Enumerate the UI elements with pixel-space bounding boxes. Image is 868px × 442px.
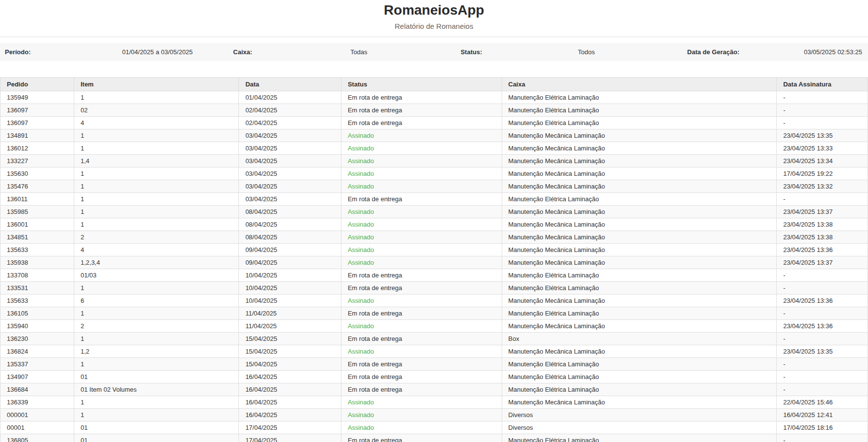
cell-caixa: Diversos — [502, 421, 777, 434]
cell-item: 1 — [74, 282, 238, 295]
cell-item: 1,2 — [74, 345, 238, 358]
cell-caixa: Manutenção Mecânica Laminação — [502, 256, 777, 269]
cell-data: 10/04/2025 — [239, 295, 341, 307]
cell-item: 4 — [74, 117, 238, 129]
table-body: 135949 1 01/04/2025 Em rota de entrega M… — [0, 91, 868, 442]
cell-caixa: Manutenção Elétrica Laminação — [502, 371, 777, 383]
cell-status: Assinado — [341, 256, 502, 269]
col-header-item: Item — [74, 78, 238, 91]
table-row: 135949 1 01/04/2025 Em rota de entrega M… — [0, 91, 868, 104]
cell-data-assinatura: 23/04/2025 13:35 — [777, 345, 868, 358]
cell-caixa: Manutenção Elétrica Laminação — [502, 434, 777, 442]
cell-caixa: Manutenção Elétrica Laminação — [502, 282, 777, 295]
cell-pedido: 135985 — [0, 206, 74, 218]
cell-data: 16/04/2025 — [239, 396, 341, 409]
cell-data-assinatura: 23/04/2025 13:34 — [777, 155, 868, 168]
cell-caixa: Manutenção Mecânica Laminação — [502, 206, 777, 218]
filter-status-value: Todos — [578, 48, 595, 56]
cell-data: 02/04/2025 — [239, 104, 341, 117]
table-row: 135940 2 11/04/2025 Assinado Manutenção … — [0, 320, 868, 333]
cell-data-assinatura: 17/04/2025 19:22 — [777, 168, 868, 180]
cell-status: Em rota de entrega — [341, 434, 502, 442]
cell-data: 01/04/2025 — [239, 91, 341, 104]
table-row: 135633 4 09/04/2025 Assinado Manutenção … — [0, 244, 868, 256]
cell-item: 01 — [74, 421, 238, 434]
cell-status: Em rota de entrega — [341, 269, 502, 282]
cell-data: 11/04/2025 — [239, 320, 341, 333]
cell-item: 2 — [74, 320, 238, 333]
cell-item: 1 — [74, 307, 238, 320]
cell-caixa: Manutenção Mecânica Laminação — [502, 168, 777, 180]
cell-status: Em rota de entrega — [341, 371, 502, 383]
report-subtitle: Relatório de Romaneios — [0, 22, 868, 30]
cell-pedido: 135940 — [0, 320, 74, 333]
cell-caixa: Manutenção Elétrica Laminação — [502, 104, 777, 117]
cell-item: 1 — [74, 91, 238, 104]
cell-data-assinatura: - — [777, 371, 868, 383]
cell-pedido: 136097 — [0, 104, 74, 117]
cell-item: 1 — [74, 193, 238, 206]
cell-item: 02 — [74, 104, 238, 117]
cell-status: Assinado — [341, 180, 502, 193]
cell-status: Em rota de entrega — [341, 333, 502, 345]
cell-data: 10/04/2025 — [239, 269, 341, 282]
cell-data-assinatura: - — [777, 104, 868, 117]
cell-status: Assinado — [341, 345, 502, 358]
cell-caixa: Manutenção Elétrica Laminação — [502, 91, 777, 104]
col-header-pedido: Pedido — [0, 78, 74, 91]
cell-data: 03/04/2025 — [239, 180, 341, 193]
cell-pedido: 133227 — [0, 155, 74, 168]
cell-pedido: 136805 — [0, 434, 74, 442]
cell-pedido: 136339 — [0, 396, 74, 409]
cell-pedido: 135949 — [0, 91, 74, 104]
report-header: RomaneiosApp Relatório de Romaneios — [0, 0, 868, 30]
cell-pedido: 136230 — [0, 333, 74, 345]
cell-data-assinatura: 16/04/2025 12:41 — [777, 409, 868, 421]
table-row: 136011 1 03/04/2025 Em rota de entrega M… — [0, 193, 868, 206]
cell-data-assinatura: - — [777, 282, 868, 295]
cell-data-assinatura: 22/04/2025 15:46 — [777, 396, 868, 409]
cell-status: Assinado — [341, 129, 502, 142]
cell-caixa: Manutenção Mecânica Laminação — [502, 396, 777, 409]
table-row: 134851 2 08/04/2025 Assinado Manutenção … — [0, 231, 868, 244]
cell-status: Em rota de entrega — [341, 282, 502, 295]
cell-caixa: Manutenção Mecânica Laminação — [502, 129, 777, 142]
filter-generation-date: Data de Geração: 03/05/2025 02:53:25 — [687, 48, 863, 56]
cell-status: Assinado — [341, 155, 502, 168]
cell-caixa: Manutenção Elétrica Laminação — [502, 269, 777, 282]
filter-caixa-label: Caixa: — [233, 48, 350, 56]
cell-data-assinatura: 23/04/2025 13:37 — [777, 206, 868, 218]
cell-pedido: 136011 — [0, 193, 74, 206]
cell-pedido: 136001 — [0, 218, 74, 231]
app-title: RomaneiosApp — [0, 2, 868, 19]
cell-data: 03/04/2025 — [239, 129, 341, 142]
cell-data-assinatura: 23/04/2025 13:36 — [777, 244, 868, 256]
table-row: 136230 1 15/04/2025 Em rota de entrega B… — [0, 333, 868, 345]
cell-data: 17/04/2025 — [239, 421, 341, 434]
cell-status: Em rota de entrega — [341, 358, 502, 371]
cell-pedido: 136012 — [0, 142, 74, 155]
cell-data-assinatura: 23/04/2025 13:37 — [777, 256, 868, 269]
cell-pedido: 134851 — [0, 231, 74, 244]
table-row: 135985 1 08/04/2025 Assinado Manutenção … — [0, 206, 868, 218]
cell-item: 1 — [74, 218, 238, 231]
table-row: 136097 02 02/04/2025 Em rota de entrega … — [0, 104, 868, 117]
table-row: 135476 1 03/04/2025 Assinado Manutenção … — [0, 180, 868, 193]
cell-data: 03/04/2025 — [239, 142, 341, 155]
cell-caixa: Manutenção Mecânica Laminação — [502, 295, 777, 307]
cell-data: 09/04/2025 — [239, 244, 341, 256]
cell-data-assinatura: - — [777, 193, 868, 206]
cell-status: Assinado — [341, 295, 502, 307]
cell-pedido: 000001 — [0, 409, 74, 421]
cell-data-assinatura: - — [777, 269, 868, 282]
cell-data: 02/04/2025 — [239, 117, 341, 129]
cell-status: Assinado — [341, 396, 502, 409]
cell-status: Em rota de entrega — [341, 104, 502, 117]
cell-status: Assinado — [341, 244, 502, 256]
cell-pedido: 136824 — [0, 345, 74, 358]
cell-item: 1,2,3,4 — [74, 256, 238, 269]
cell-data-assinatura: - — [777, 307, 868, 320]
table-row: 000001 1 16/04/2025 Assinado Diversos 16… — [0, 409, 868, 421]
table-row: 134907 01 16/04/2025 Em rota de entrega … — [0, 371, 868, 383]
table-row: 136097 4 02/04/2025 Em rota de entrega M… — [0, 117, 868, 129]
